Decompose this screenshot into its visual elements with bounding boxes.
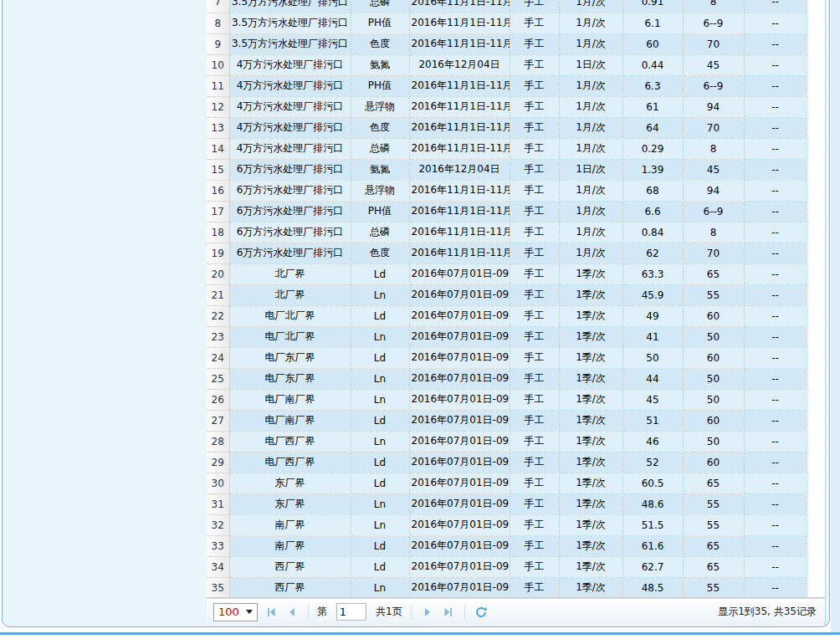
table-row[interactable]: 14 4万方污水处理厂排污口 总磷 2016年11月1日-11月 手工 1月/次… [207,138,807,159]
table-row[interactable]: 19 6万方污水处理厂排污口 色度 2016年11月1日-11月 手工 1月/次… [207,243,807,263]
last-page-button[interactable] [441,605,456,620]
next-page-button[interactable] [420,605,435,620]
table-row[interactable]: 28 电厂西厂界 Ln 2016年07月01日-09 手工 1季/次 46 50… [207,431,807,452]
row-number-cell: 29 [207,452,229,473]
table-row[interactable]: 10 4万方污水处理厂排污口 氨氮 2016年12月04日 手工 1日/次 0.… [207,54,807,75]
remark-cell: -- [744,0,807,13]
monitor-method-cell: 手工 [510,493,559,514]
limit-cell: 6--9 [683,201,744,222]
monitor-date-cell: 2016年07月01日-09 [409,305,510,326]
limit-cell: 65 [683,535,744,556]
page-number-input[interactable] [336,603,366,621]
row-number-cell: 18 [207,222,229,243]
outlet-name-cell: 6万方污水处理厂排污口 [229,243,351,263]
table-row[interactable]: 24 电厂东厂界 Ld 2016年07月01日-09 手工 1季/次 50 60… [207,347,807,368]
last-page-icon [443,607,453,617]
row-number-cell: 17 [207,201,229,222]
table-row[interactable]: 13 4万方污水处理厂排污口 色度 2016年11月1日-11月 手工 1月/次… [207,117,807,138]
row-number-cell: 20 [207,263,229,284]
table-row[interactable]: 33 南厂界 Ld 2016年07月01日-09 手工 1季/次 61.6 65… [207,535,807,556]
page-size-select[interactable]: 100 [213,603,258,621]
table-row[interactable]: 9 3.5万方污水处理厂排污口 色度 2016年11月1日-11月 手工 1月/… [207,33,807,54]
pager-separator [464,605,465,620]
factor-cell: Ln [351,284,409,305]
row-number-cell: 24 [207,347,229,368]
frequency-cell: 1季/次 [559,493,622,514]
value-cell: 45 [622,389,683,410]
remark-cell: -- [744,222,807,243]
row-number-cell: 31 [207,493,229,514]
outlet-name-cell: 南厂界 [229,535,351,556]
monitor-date-cell: 2016年07月01日-09 [409,577,510,598]
table-row[interactable]: 25 电厂东厂界 Ln 2016年07月01日-09 手工 1季/次 44 50… [207,368,807,389]
factor-cell: Ld [351,347,409,368]
monitor-date-cell: 2016年07月01日-09 [409,410,510,431]
limit-cell: 8 [683,222,744,243]
outlet-name-cell: 电厂西厂界 [229,452,351,473]
remark-cell: -- [744,556,807,577]
monitor-method-cell: 手工 [510,54,559,75]
page-right-margin [831,0,840,632]
factor-cell: 总磷 [351,138,409,159]
table-row[interactable]: 32 南厂界 Ln 2016年07月01日-09 手工 1季/次 51.5 55… [207,514,807,535]
outlet-name-cell: 4万方污水处理厂排污口 [229,96,351,117]
prev-page-button[interactable] [284,605,300,620]
table-row[interactable]: 7 3.5万方污水处理厂排污口 总磷 2016年11月1日-11月 手工 1月/… [207,0,807,13]
table-row[interactable]: 34 西厂界 Ld 2016年07月01日-09 手工 1季/次 62.7 65… [207,556,807,577]
table-row[interactable]: 18 6万方污水处理厂排污口 总磷 2016年11月1日-11月 手工 1月/次… [207,222,807,243]
factor-cell: 氨氮 [351,54,409,75]
pager-separator [308,605,309,620]
refresh-button[interactable] [474,605,489,620]
value-cell: 6.3 [622,75,683,96]
first-page-button[interactable] [264,605,279,620]
table-row[interactable]: 23 电厂北厂界 Ln 2016年07月01日-09 手工 1季/次 41 50… [207,326,807,347]
factor-cell: Ld [351,305,409,326]
frequency-cell: 1季/次 [559,347,622,368]
table-row[interactable]: 30 东厂界 Ld 2016年07月01日-09 手工 1季/次 60.5 65… [207,473,807,493]
page: 7 3.5万方污水处理厂排污口 总磷 2016年11月1日-11月 手工 1月/… [0,0,840,639]
outlet-name-cell: 电厂东厂界 [229,347,351,368]
value-cell: 63.3 [622,263,683,284]
outlet-name-cell: 东厂界 [229,473,351,493]
remark-cell: -- [744,452,807,473]
table-row[interactable]: 17 6万方污水处理厂排污口 PH值 2016年11月1日-11月 手工 1月/… [207,201,807,222]
limit-cell: 60 [683,305,744,326]
outlet-name-cell: 西厂界 [229,556,351,577]
remark-cell: -- [744,368,807,389]
remark-cell: -- [744,96,807,117]
table-row[interactable]: 29 电厂西厂界 Ld 2016年07月01日-09 手工 1季/次 52 60… [207,452,807,473]
row-number-cell: 15 [207,159,229,180]
factor-cell: Ld [351,473,409,493]
monitor-method-cell: 手工 [510,75,559,96]
monitor-date-cell: 2016年11月1日-11月 [409,13,510,33]
table-row[interactable]: 12 4万方污水处理厂排污口 悬浮物 2016年11月1日-11月 手工 1月/… [207,96,807,117]
limit-cell: 6--9 [683,13,744,33]
limit-cell: 65 [683,263,744,284]
remark-cell: -- [744,263,807,284]
limit-cell: 50 [683,431,744,452]
table-row[interactable]: 15 6万方污水处理厂排污口 氨氮 2016年12月04日 手工 1日/次 1.… [207,159,807,180]
factor-cell: Ld [351,410,409,431]
outlet-name-cell: 电厂东厂界 [229,368,351,389]
limit-cell: 8 [683,0,744,13]
table-row[interactable]: 16 6万方污水处理厂排污口 悬浮物 2016年11月1日-11月 手工 1月/… [207,180,807,201]
monitor-date-cell: 2016年07月01日-09 [409,389,510,410]
table-row[interactable]: 26 电厂南厂界 Ln 2016年07月01日-09 手工 1季/次 45 50… [207,389,807,410]
outlet-name-cell: 电厂北厂界 [229,305,351,326]
table-row[interactable]: 11 4万方污水处理厂排污口 PH值 2016年11月1日-11月 手工 1月/… [207,75,807,96]
value-cell: 41 [622,326,683,347]
table-row[interactable]: 21 北厂界 Ln 2016年07月01日-09 手工 1季/次 45.9 55… [207,284,807,305]
table-row[interactable]: 31 东厂界 Ln 2016年07月01日-09 手工 1季/次 48.6 55… [207,493,807,514]
value-cell: 51 [622,410,683,431]
table-row[interactable]: 35 西厂界 Ln 2016年07月01日-09 手工 1季/次 48.5 55… [207,577,807,598]
outlet-name-cell: 西厂界 [229,577,351,598]
monitor-method-cell: 手工 [510,263,559,284]
row-number-cell: 34 [207,556,229,577]
frequency-cell: 1季/次 [559,556,622,577]
table-row[interactable]: 22 电厂北厂界 Ld 2016年07月01日-09 手工 1季/次 49 60… [207,305,807,326]
table-row[interactable]: 20 北厂界 Ld 2016年07月01日-09 手工 1季/次 63.3 65… [207,263,807,284]
table-row[interactable]: 27 电厂南厂界 Ld 2016年07月01日-09 手工 1季/次 51 60… [207,410,807,431]
monitor-date-cell: 2016年07月01日-09 [409,452,510,473]
table-row[interactable]: 8 3.5万方污水处理厂排污口 PH值 2016年11月1日-11月 手工 1月… [207,13,807,33]
record-status: 显示1到35, 共35记录 [718,605,818,619]
